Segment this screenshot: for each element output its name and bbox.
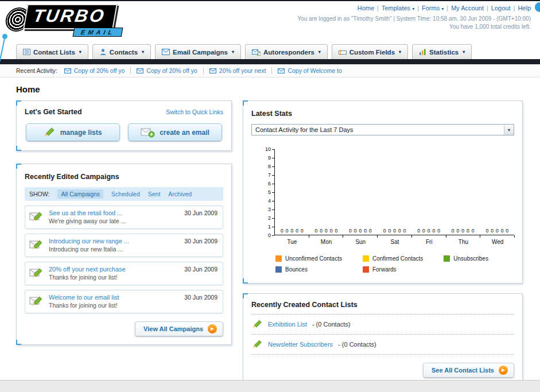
filter-scheduled[interactable]: Scheduled bbox=[111, 191, 140, 197]
legend-label: Confirmed Contacts bbox=[372, 255, 423, 262]
chart-y-tick: 10 bbox=[265, 146, 274, 152]
email-campaigns-icon bbox=[162, 49, 170, 55]
tab-label: Contacts bbox=[110, 49, 138, 56]
pencil-icon bbox=[252, 340, 263, 349]
manage-lists-label: manage lists bbox=[60, 129, 102, 137]
header: TURBO EMAIL Home|Templates ▾|Forms ▾|My … bbox=[0, 1, 540, 39]
chart-legend: Unconfirmed ContactsConfirmed ContactsUn… bbox=[275, 255, 514, 273]
campaign-title-link[interactable]: Introducing our new range ... bbox=[49, 238, 129, 244]
chart-x-label: Tue bbox=[275, 235, 309, 245]
switch-to-quick-links-link[interactable]: Switch to Quick Links bbox=[166, 108, 223, 115]
contact-list-row[interactable]: Newsletter Subscribers - (0 Contacts) bbox=[251, 335, 514, 355]
chevron-down-icon: ▾ bbox=[142, 49, 144, 55]
get-started-title: Let's Get Started bbox=[25, 108, 82, 116]
chart-value-labels: 00000 bbox=[309, 228, 344, 234]
chart-value-labels: 00000 bbox=[480, 228, 514, 234]
credits-info: You have 1,000 total credits left. bbox=[297, 24, 531, 30]
nav-templates[interactable]: Templates ▾ bbox=[382, 5, 414, 11]
campaign-filter-bar: SHOW: All Campaigns Scheduled Sent Archi… bbox=[25, 187, 223, 201]
chart-y-tick: 3 bbox=[268, 207, 274, 212]
chart-y-tick: 2 bbox=[268, 215, 274, 221]
pencil-icon bbox=[44, 127, 56, 137]
recent-activity-item[interactable]: 20% off your next bbox=[209, 67, 266, 74]
chevron-down-icon: ▾ bbox=[318, 49, 321, 55]
chart-y-tick: 9 bbox=[268, 155, 274, 161]
chevron-down-icon: ▾ bbox=[232, 49, 234, 55]
logo-secondary-text: EMAIL bbox=[73, 28, 123, 37]
legend-swatch bbox=[363, 266, 369, 273]
chevron-down-icon: ▾ bbox=[441, 6, 444, 11]
chart-y-tick: 4 bbox=[268, 198, 274, 204]
campaign-row[interactable]: See us at the retail food ... We're givi… bbox=[25, 205, 223, 229]
nav-home[interactable]: Home bbox=[358, 5, 374, 11]
legend-swatch bbox=[363, 255, 369, 262]
filter-archived[interactable]: Archived bbox=[168, 191, 192, 197]
tab-email-campaigns[interactable]: Email Campaigns ▾ bbox=[155, 44, 241, 59]
contact-list-count: - (0 Contacts) bbox=[338, 341, 376, 348]
campaign-title-link[interactable]: See us at the retail food ... bbox=[49, 209, 126, 216]
activity-divider bbox=[271, 67, 272, 74]
legend-label: Unsubscribes bbox=[453, 255, 488, 262]
filter-all-campaigns[interactable]: All Campaigns bbox=[57, 189, 103, 199]
select-dropdown-arrow-icon: ▼ bbox=[504, 125, 514, 135]
recent-activity-item[interactable]: Copy of Welcome to bbox=[278, 67, 341, 74]
chart-y-tick: 0 bbox=[268, 232, 274, 238]
contact-list-row[interactable]: Exhibition List - (0 Contacts) bbox=[251, 315, 514, 335]
page-footer bbox=[0, 380, 540, 392]
tab-contacts[interactable]: Contacts ▾ bbox=[92, 44, 151, 59]
stats-period-select[interactable]: Contact Activity for the Last 7 Days ▼ bbox=[251, 124, 514, 135]
nav-logout[interactable]: Logout bbox=[491, 5, 511, 11]
recent-activity-item[interactable]: Copy of 20% off yo bbox=[64, 67, 125, 74]
tab-autoresponders[interactable]: Autoresponders ▾ bbox=[245, 44, 328, 59]
nav-templates-label: Templates bbox=[382, 5, 410, 11]
create-an-email-button[interactable]: create an email bbox=[128, 123, 222, 141]
see-all-contact-lists-label: See All Contact Lists bbox=[432, 367, 494, 374]
chart-y-tick: 7 bbox=[268, 172, 274, 178]
campaign-row[interactable]: Welcome to our email list Thanks for joi… bbox=[25, 290, 223, 313]
view-all-campaigns-button[interactable]: View All Campaigns ▶ bbox=[135, 321, 223, 336]
header-right: Home|Templates ▾|Forms ▾|My Account|Logo… bbox=[297, 5, 531, 30]
nav-help[interactable]: Help bbox=[518, 5, 531, 11]
envelope-pencil-icon bbox=[29, 209, 44, 222]
nav-my-account[interactable]: My Account bbox=[451, 5, 484, 11]
chart-y-tick: 5 bbox=[268, 189, 274, 195]
envelope-pencil-icon bbox=[29, 266, 44, 278]
campaign-title-link[interactable]: 20% off your next purchase bbox=[49, 266, 126, 273]
chart-y-tick: 6 bbox=[268, 181, 274, 187]
latest-stats-panel: Latest Stats Contact Activity for the La… bbox=[243, 100, 523, 284]
filter-sent[interactable]: Sent bbox=[148, 191, 161, 197]
tab-custom-fields[interactable]: Custom Fields ▾ bbox=[332, 44, 408, 59]
nav-forms[interactable]: Forms ▾ bbox=[422, 5, 444, 11]
show-label: SHOW: bbox=[29, 191, 49, 197]
recently-edited-campaigns-panel: Recently Edited Campaigns SHOW: All Camp… bbox=[16, 164, 232, 345]
contact-list-name-link[interactable]: Newsletter Subscribers bbox=[268, 341, 333, 348]
top-navigation: Home|Templates ▾|Forms ▾|My Account|Logo… bbox=[297, 5, 531, 11]
manage-lists-button[interactable]: manage lists bbox=[26, 123, 120, 141]
turbo-email-logo[interactable]: TURBO EMAIL bbox=[6, 3, 149, 37]
recently-created-contact-lists-panel: Recently Created Contact Lists Exhibitio… bbox=[243, 293, 523, 386]
tab-statistics[interactable]: Statistics ▾ bbox=[412, 44, 472, 59]
campaign-date: 30 Jun 2009 bbox=[184, 209, 217, 216]
view-all-campaigns-label: View All Campaigns bbox=[143, 325, 203, 332]
tab-contact-lists[interactable]: Contact Lists ▾ bbox=[16, 44, 88, 59]
chevron-down-icon: ▾ bbox=[399, 49, 401, 55]
custom-fields-icon bbox=[339, 49, 347, 56]
campaign-row[interactable]: 20% off your next purchase Thanks for jo… bbox=[25, 262, 223, 285]
recent-activity-item-label: 20% off your next bbox=[219, 67, 266, 74]
nav-forms-label: Forms bbox=[422, 5, 440, 11]
campaign-row[interactable]: Introducing our new range ... Introducin… bbox=[25, 234, 223, 257]
envelope-icon bbox=[137, 68, 143, 73]
legend-label: Bounces bbox=[285, 266, 308, 273]
chart-value-labels: 00000 bbox=[343, 228, 378, 234]
chart-plot-values: 00000000000000000000000000000000000 bbox=[275, 228, 514, 234]
page-title: Home bbox=[16, 84, 523, 94]
login-info: You are logged in as "Timothy Smith" | S… bbox=[297, 15, 531, 22]
see-all-contact-lists-button[interactable]: See All Contact Lists ▶ bbox=[423, 363, 514, 378]
recent-activity-item[interactable]: Copy of 20% off yo bbox=[137, 67, 197, 74]
campaign-title-link[interactable]: Welcome to our email list bbox=[49, 294, 119, 301]
envelope-icon bbox=[64, 68, 71, 73]
envelope-icon bbox=[278, 68, 285, 73]
contact-list-name-link[interactable]: Exhibition List bbox=[268, 321, 307, 328]
nav-separator: | bbox=[417, 5, 419, 11]
get-started-panel: Let's Get Started Switch to Quick Links … bbox=[16, 100, 232, 151]
